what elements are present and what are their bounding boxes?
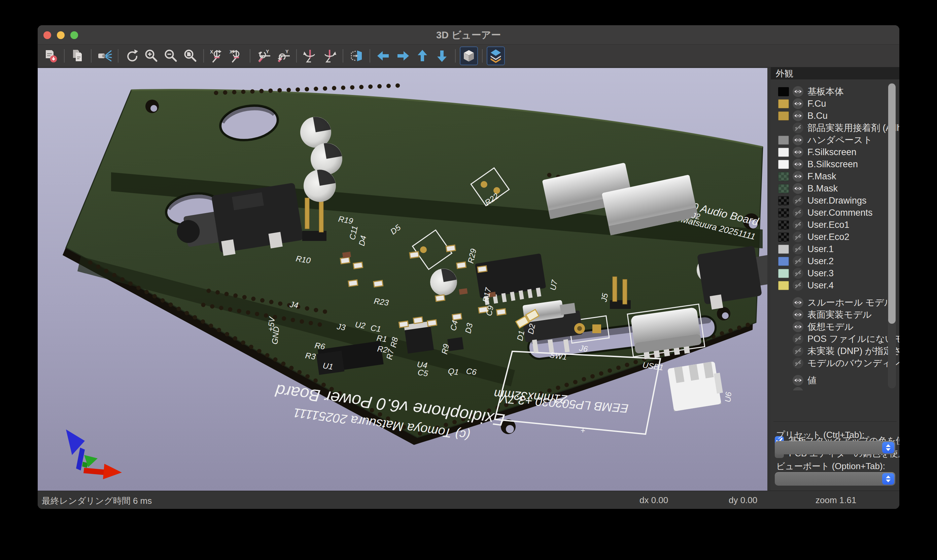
layer-row[interactable]: F.Silkscreen	[771, 146, 899, 158]
layer-row[interactable]: 部品実装用接着剤 (Adh	[771, 122, 899, 134]
zoom-fit-button[interactable]	[181, 46, 199, 65]
pan-down-button[interactable]	[433, 46, 451, 65]
layer-row[interactable]: B.Mask	[771, 182, 899, 194]
layer-color-swatch[interactable]	[778, 208, 789, 217]
visibility-eye-icon[interactable]	[792, 219, 803, 230]
layer-color-swatch[interactable]	[778, 172, 789, 181]
zoom-in-button[interactable]	[142, 46, 160, 65]
minimize-button[interactable]	[57, 31, 65, 39]
layer-row[interactable]: モデルのバウンディング	[771, 357, 899, 369]
rotate-z-cw-button[interactable]	[301, 46, 319, 65]
render-view-button[interactable]	[95, 46, 114, 65]
preset-select-label: プリセット (Ctrl+Tab):	[776, 429, 864, 441]
rotate-z-ccw-button[interactable]	[320, 46, 338, 65]
visibility-eye-icon[interactable]	[792, 111, 803, 121]
visibility-eye-icon[interactable]	[792, 334, 803, 344]
layer-row[interactable]: スルーホール モデル	[771, 297, 899, 309]
layer-color-swatch[interactable]	[778, 220, 789, 229]
orthographic-projection-toggle[interactable]	[460, 46, 478, 65]
layer-color-swatch[interactable]	[778, 148, 789, 157]
layer-row[interactable]: User.Eco1	[771, 219, 899, 231]
layer-row[interactable]: POS ファイルにないモ	[771, 333, 899, 345]
titlebar[interactable]: 3D ビューアー	[38, 25, 899, 45]
visibility-eye-icon[interactable]	[792, 297, 803, 308]
layer-color-swatch[interactable]	[778, 160, 789, 169]
zoom-fit-icon	[183, 48, 198, 63]
pan-left-button[interactable]	[374, 46, 392, 65]
layer-color-swatch[interactable]	[778, 281, 789, 290]
layer-row[interactable]: 表面実装モデル	[771, 309, 899, 321]
visibility-eye-icon[interactable]	[792, 346, 803, 356]
visibility-eye-icon[interactable]	[792, 322, 803, 332]
visibility-eye-icon[interactable]	[792, 98, 803, 109]
layer-color-swatch[interactable]	[778, 257, 789, 266]
layer-row[interactable]	[771, 386, 899, 391]
layer-row[interactable]: User.4	[771, 279, 899, 291]
board-ref-label: R1	[376, 333, 388, 344]
layer-row[interactable]: ハンダペースト	[771, 134, 899, 146]
visibility-eye-icon[interactable]	[792, 309, 803, 320]
layer-color-swatch[interactable]	[778, 87, 789, 96]
appearance-panel-toggle[interactable]	[487, 46, 505, 65]
export-image-button[interactable]	[42, 46, 60, 65]
layer-row[interactable]: User.Comments	[771, 207, 899, 219]
pan-right-button[interactable]	[394, 46, 412, 65]
layer-row[interactable]: F.Cu	[771, 98, 899, 110]
layer-color-swatch[interactable]	[778, 135, 789, 145]
layer-row[interactable]: User.Eco2	[771, 231, 899, 243]
visibility-eye-icon[interactable]	[792, 268, 803, 278]
zoom-out-button[interactable]	[162, 46, 180, 65]
rotate-x-ccw-button[interactable]: X	[228, 46, 246, 65]
copy-image-button[interactable]	[69, 46, 87, 65]
visibility-eye-icon[interactable]	[792, 256, 803, 266]
rotate-y-ccw-button[interactable]: Y	[274, 46, 292, 65]
visibility-eye-icon[interactable]	[792, 183, 803, 194]
layer-row[interactable]: F.Mask	[771, 170, 899, 182]
visibility-eye-icon[interactable]	[792, 232, 803, 242]
layer-row[interactable]: 値	[771, 374, 899, 386]
rotate-y-cw-icon: Y	[256, 48, 271, 63]
flip-board-button[interactable]	[347, 46, 366, 65]
zoom-window-button[interactable]	[70, 31, 78, 39]
visibility-eye-icon[interactable]	[792, 375, 803, 386]
layer-color-swatch[interactable]	[778, 196, 789, 205]
close-button[interactable]	[43, 31, 51, 39]
layer-row[interactable]: User.3	[771, 267, 899, 279]
pan-up-button[interactable]	[413, 46, 431, 65]
layer-list-scrollbar[interactable]	[888, 83, 896, 388]
scrollbar-thumb[interactable]	[888, 83, 895, 324]
visibility-eye-icon[interactable]	[792, 387, 803, 391]
visibility-eye-icon[interactable]	[792, 358, 803, 369]
layer-color-swatch[interactable]	[778, 269, 789, 278]
layer-color-swatch[interactable]	[778, 99, 789, 108]
visibility-eye-icon[interactable]	[792, 159, 803, 169]
3d-viewport[interactable]: Exidiophone v6.0 Audio Board (c) Tomoya …	[38, 68, 767, 491]
layer-color-swatch[interactable]	[778, 232, 789, 242]
layer-color-swatch[interactable]	[778, 245, 789, 254]
visibility-eye-icon[interactable]	[792, 171, 803, 182]
viewport-select[interactable]	[775, 472, 895, 486]
layer-row[interactable]: B.Cu	[771, 110, 899, 122]
visibility-eye-icon[interactable]	[792, 123, 803, 133]
layer-row[interactable]: B.Silkscreen	[771, 158, 899, 170]
visibility-eye-icon[interactable]	[792, 195, 803, 206]
layer-color-swatch[interactable]	[778, 111, 789, 120]
visibility-eye-icon[interactable]	[792, 86, 803, 97]
layer-row[interactable]: 未実装 (DNP) が指定さ	[771, 345, 899, 357]
visibility-eye-icon[interactable]	[792, 280, 803, 291]
layer-color-swatch[interactable]	[778, 184, 789, 193]
layer-row[interactable]: User.Drawings	[771, 194, 899, 207]
rotate-x-cw-button[interactable]: X	[208, 46, 226, 65]
main-area: Exidiophone v6.0 Audio Board (c) Tomoya …	[38, 67, 899, 491]
visibility-eye-icon[interactable]	[792, 147, 803, 157]
layer-row[interactable]: User.1	[771, 243, 899, 255]
layer-row[interactable]: 基板本体	[771, 86, 899, 98]
visibility-eye-icon[interactable]	[792, 135, 803, 145]
preset-select[interactable]	[775, 441, 895, 454]
visibility-eye-icon[interactable]	[792, 207, 803, 218]
visibility-eye-icon[interactable]	[792, 244, 803, 254]
rotate-y-cw-button[interactable]: Y	[254, 46, 272, 65]
redraw-button[interactable]	[123, 46, 141, 65]
layer-row[interactable]: 仮想モデル	[771, 321, 899, 333]
layer-row[interactable]: User.2	[771, 255, 899, 267]
